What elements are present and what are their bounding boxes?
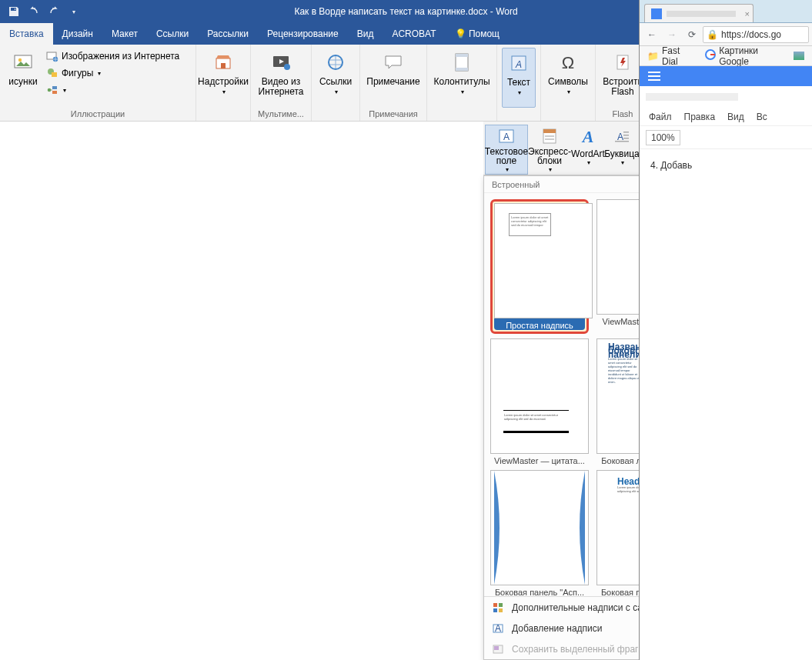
svg-rect-38 (615, 141, 629, 142)
tab-design[interactable]: Дизайн (53, 23, 102, 45)
save-icon[interactable] (5, 2, 23, 21)
svg-point-14 (48, 88, 52, 92)
comment-label: Примечание (366, 77, 419, 87)
drop-cap-icon: A (613, 126, 631, 148)
chevron-down-icon: ▾ (587, 158, 590, 168)
wordart-label: WordArt (571, 149, 605, 158)
qat-customize-icon[interactable]: ▾ (65, 2, 83, 21)
ribbon-text-expanded: A Текстовое поле▾ Экспресс-блоки▾ A Word… (483, 122, 639, 175)
doc-text: 4. Добавь (650, 160, 692, 171)
svg-rect-31 (543, 129, 556, 133)
chevron-down-icon: ▾ (335, 87, 338, 97)
group-label-text (502, 108, 536, 121)
tab-title-placeholder (667, 11, 736, 17)
text-box-button[interactable]: A Текстовое поле▾ (485, 125, 528, 175)
gdocs-document[interactable]: 4. Добавь (640, 149, 812, 180)
back-button[interactable]: ← (643, 25, 661, 44)
header-footer-icon (451, 50, 473, 75)
embed-flash-label: Встроить Flash (602, 77, 643, 97)
doc-title-placeholder (646, 93, 738, 101)
picture-icon (12, 50, 34, 75)
header-footer-button[interactable]: Колонтитулы ▾ (432, 48, 492, 108)
svg-rect-15 (52, 86, 57, 89)
bookmark-google-images[interactable]: Картинки Google (700, 48, 786, 64)
header-footer-label: Колонтитулы (433, 77, 490, 87)
chevron-down-icon: ▾ (63, 87, 66, 94)
redo-icon[interactable] (45, 2, 63, 21)
text-button[interactable]: A Текст ▾ (502, 48, 536, 108)
tab-acrobat[interactable]: ACROBAT (383, 23, 445, 45)
online-video-button[interactable]: Видео из Интернета (256, 48, 306, 108)
svg-text:A: A (495, 623, 501, 634)
gdocs-menubar: Файл Правка Вид Вс (640, 108, 812, 126)
svg-rect-35 (623, 132, 629, 133)
menu-insert[interactable]: Вс (750, 112, 774, 122)
flash-icon (612, 50, 633, 75)
gdocs-menu-icon[interactable] (646, 68, 663, 85)
tell-me[interactable]: 💡 Помощ (446, 23, 509, 45)
comment-icon (383, 50, 404, 75)
video-icon (270, 50, 292, 75)
picture-icon (794, 52, 804, 60)
chrome-tabstrip: × (640, 0, 812, 23)
gdocs-header (640, 66, 812, 86)
shapes-button[interactable]: Фигуры▾ (43, 65, 189, 82)
svg-rect-33 (545, 138, 554, 140)
chevron-down-icon: ▾ (98, 70, 101, 77)
svg-rect-43 (493, 603, 497, 607)
group-label-comments: Примечания (365, 108, 422, 121)
chevron-down-icon: ▾ (506, 165, 509, 175)
textbox-draw-icon: A (492, 622, 504, 635)
gallery-item-simple-textbox[interactable]: Lorem ipsum dolor sit amet consectetur a… (490, 199, 589, 334)
quick-parts-label: Экспресс-блоки (528, 147, 571, 165)
link-icon (325, 50, 346, 75)
chevron-down-icon: ▾ (518, 88, 521, 98)
smartart-button[interactable]: ▾ (43, 82, 189, 98)
svg-rect-23 (456, 54, 468, 57)
save-gallery-icon (492, 643, 504, 655)
forward-button[interactable]: → (663, 25, 681, 44)
drop-cap-label: Буквица (604, 149, 640, 158)
quick-parts-button[interactable]: Экспресс-блоки▾ (528, 125, 571, 175)
menu-file[interactable]: Файл (643, 112, 678, 122)
chevron-down-icon: ▾ (549, 165, 552, 175)
drop-cap-button[interactable]: A Буквица▾ (605, 125, 639, 175)
tab-close-icon[interactable]: × (745, 9, 750, 18)
gdocs-favicon-icon (651, 8, 662, 19)
menu-view[interactable]: Вид (721, 112, 750, 122)
svg-rect-24 (456, 68, 468, 71)
gdocs-title-area[interactable] (640, 86, 812, 108)
tab-mailings[interactable]: Рассылки (198, 23, 258, 45)
gallery-item-viewmaster-quote2[interactable]: Lorem ipsum dolor sit amet consectetur a… (490, 338, 589, 465)
wordart-button[interactable]: A WordArt▾ (571, 125, 605, 175)
tab-review[interactable]: Рецензирование (258, 23, 348, 45)
tab-view[interactable]: Вид (348, 23, 383, 45)
text-label: Текст (507, 78, 530, 88)
pictures-button[interactable]: исунки (5, 48, 42, 108)
addins-button[interactable]: Надстройки ▾ (201, 48, 246, 108)
symbols-button[interactable]: Ω Символы ▾ (546, 48, 590, 108)
svg-rect-46 (499, 608, 503, 612)
online-pictures-button[interactable]: Изображения из Интернета (43, 48, 189, 65)
chevron-down-icon: ▾ (461, 87, 464, 97)
chrome-tab[interactable]: × (644, 4, 754, 22)
bookmark-item[interactable] (789, 48, 809, 64)
group-label-symbols (546, 108, 590, 121)
gallery-item-aspect-panel-1[interactable]: Боковая панель "Асп... (490, 470, 589, 596)
undo-icon[interactable] (25, 2, 43, 21)
group-label-links (316, 108, 355, 121)
tab-layout[interactable]: Макет (102, 23, 147, 45)
reload-button[interactable]: ⟳ (683, 25, 701, 44)
comment-button[interactable]: Примечание (365, 48, 422, 108)
svg-rect-16 (52, 91, 57, 94)
url-text: https://docs.go (721, 29, 781, 40)
quick-parts-icon (540, 126, 559, 145)
menu-edit[interactable]: Правка (678, 112, 722, 122)
tab-insert[interactable]: Вставка (0, 23, 53, 45)
tab-references[interactable]: Ссылки (147, 23, 198, 45)
links-button[interactable]: Ссылки ▾ (316, 48, 355, 108)
address-bar[interactable]: 🔒 https://docs.go (703, 26, 809, 43)
zoom-level[interactable]: 100% (646, 130, 680, 145)
bookmark-fast-dial[interactable]: 📁 Fast Dial (643, 48, 697, 64)
svg-rect-50 (494, 646, 499, 650)
